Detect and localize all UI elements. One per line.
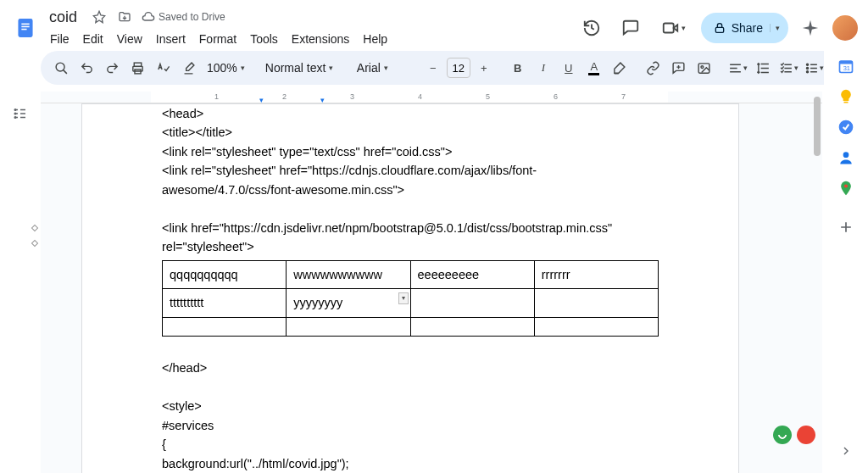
add-comment-icon[interactable] xyxy=(667,56,691,80)
svg-point-13 xyxy=(807,67,809,69)
doc-table[interactable]: qqqqqqqqqqwwwwwwwwwweeeeeeeeerrrrrrrtttt… xyxy=(162,260,659,337)
vertical-scrollbar[interactable] xyxy=(812,95,821,471)
tasks-icon[interactable] xyxy=(837,119,854,136)
svg-rect-2 xyxy=(21,26,29,28)
table-cell[interactable] xyxy=(410,317,534,336)
font-size-decrease-icon[interactable]: − xyxy=(421,56,445,80)
indent-marker-icon[interactable]: ▾ xyxy=(320,96,327,103)
spellcheck-icon[interactable] xyxy=(151,56,175,80)
redo-icon[interactable] xyxy=(100,56,124,80)
svg-rect-5 xyxy=(715,27,723,32)
table-cell[interactable] xyxy=(534,289,658,317)
table-cell[interactable]: eeeeeeeee xyxy=(410,260,534,288)
share-dropdown-icon[interactable]: ▾ xyxy=(770,24,780,32)
star-icon[interactable] xyxy=(91,8,108,25)
move-icon[interactable] xyxy=(116,8,133,25)
add-icon[interactable] xyxy=(837,219,854,236)
ruler[interactable]: 1 2 3 4 5 6 7 ▾ ▾ xyxy=(41,92,822,103)
search-icon[interactable] xyxy=(49,56,73,80)
text-line[interactable]: <link rel="stylesheet" href="https://cdn… xyxy=(162,161,659,199)
table-cell[interactable] xyxy=(410,289,534,317)
text-line[interactable]: </head> xyxy=(162,359,659,377)
document-page[interactable]: <head> <title></title> <link rel="styles… xyxy=(81,103,739,473)
font-size-increase-icon[interactable]: + xyxy=(472,56,496,80)
font-dropdown[interactable]: Arial▾ xyxy=(352,56,411,80)
undo-icon[interactable] xyxy=(75,56,98,80)
font-size-input[interactable] xyxy=(447,58,470,78)
bulleted-list-icon[interactable]: ▾ xyxy=(803,56,826,80)
menu-format[interactable]: Format xyxy=(193,29,242,49)
table-cell[interactable]: qqqqqqqqqq xyxy=(163,260,287,288)
contacts-icon[interactable] xyxy=(837,149,854,166)
table-cell[interactable]: yyyyyyyy▾ xyxy=(287,289,410,317)
checklist-icon[interactable]: ▾ xyxy=(777,56,801,80)
highlight-icon[interactable] xyxy=(608,56,632,80)
text-line[interactable] xyxy=(162,378,659,397)
share-button[interactable]: Share ▾ xyxy=(701,13,788,43)
calendar-icon[interactable]: 31 xyxy=(837,58,854,75)
line-spacing-icon[interactable] xyxy=(752,56,776,80)
svg-point-27 xyxy=(844,184,848,187)
zoom-dropdown[interactable]: 100%▾ xyxy=(202,56,250,80)
table-cell[interactable]: wwwwwwwwww xyxy=(287,260,410,288)
table-cell[interactable] xyxy=(534,317,658,336)
grammarly-icon[interactable] xyxy=(773,426,792,444)
table-cell[interactable]: tttttttttt xyxy=(163,289,287,317)
svg-rect-22 xyxy=(840,61,853,64)
text-line[interactable]: <link rel="stylesheet" type="text/css" h… xyxy=(162,142,659,161)
text-line[interactable]: <link href="https://cdn.jsdelivr.net/npm… xyxy=(162,219,659,257)
menu-view[interactable]: View xyxy=(111,29,148,49)
text-line[interactable]: <title></title> xyxy=(162,123,659,142)
comments-icon[interactable] xyxy=(615,13,646,43)
menu-edit[interactable]: Edit xyxy=(77,29,109,49)
svg-point-12 xyxy=(807,64,809,65)
align-icon[interactable]: ▾ xyxy=(726,56,750,80)
text-color-icon[interactable]: A xyxy=(582,56,606,80)
table-cell[interactable]: rrrrrrr xyxy=(534,260,658,288)
svg-rect-1 xyxy=(21,24,29,25)
account-avatar[interactable] xyxy=(832,15,858,41)
underline-icon[interactable]: U xyxy=(557,56,581,80)
image-icon[interactable] xyxy=(693,56,716,80)
menu-insert[interactable]: Insert xyxy=(150,29,192,49)
tab-stop-icon[interactable] xyxy=(31,225,38,231)
text-line[interactable]: <head> xyxy=(162,104,659,123)
text-line[interactable]: { xyxy=(162,435,659,454)
style-dropdown[interactable]: Normal text▾ xyxy=(260,56,342,80)
menu-file[interactable]: File xyxy=(44,29,75,49)
menu-bar: File Edit View Insert Format Tools Exten… xyxy=(44,29,576,49)
meet-button[interactable]: ▾ xyxy=(654,13,693,43)
tab-stop-icon[interactable] xyxy=(31,240,38,247)
print-icon[interactable] xyxy=(125,56,149,80)
svg-point-26 xyxy=(843,152,849,158)
menu-tools[interactable]: Tools xyxy=(244,29,284,49)
paint-format-icon[interactable] xyxy=(176,56,200,80)
text-line[interactable] xyxy=(162,199,659,218)
docs-home-icon[interactable] xyxy=(10,13,41,43)
keep-icon[interactable] xyxy=(837,88,854,105)
side-panel: 31 xyxy=(824,51,868,473)
bold-icon[interactable]: B xyxy=(506,56,530,80)
document-title[interactable]: coid xyxy=(44,8,82,27)
hide-panel-icon[interactable] xyxy=(831,436,861,466)
toolbar: 100%▾ Normal text▾ Arial▾ − + B I U A ▾ … xyxy=(41,51,858,85)
menu-extensions[interactable]: Extensions xyxy=(286,29,355,49)
history-icon[interactable] xyxy=(576,13,607,43)
italic-icon[interactable]: I xyxy=(531,56,555,80)
svg-rect-4 xyxy=(663,24,673,33)
svg-text:31: 31 xyxy=(843,64,850,72)
text-line[interactable]: <style> xyxy=(162,397,659,415)
gemini-icon[interactable] xyxy=(797,14,824,42)
table-cell[interactable] xyxy=(163,317,287,336)
text-line[interactable]: background:url("../html/covid.jpg"); xyxy=(162,454,659,473)
link-icon[interactable] xyxy=(642,56,665,80)
menu-help[interactable]: Help xyxy=(357,29,393,49)
maps-icon[interactable] xyxy=(837,180,854,197)
svg-point-11 xyxy=(701,65,704,68)
cell-dropdown-icon[interactable]: ▾ xyxy=(398,292,409,304)
explore-icon[interactable] xyxy=(797,426,815,444)
text-line[interactable]: #services xyxy=(162,416,659,435)
drive-status[interactable]: Saved to Drive xyxy=(142,10,225,24)
indent-marker-icon[interactable]: ▾ xyxy=(259,96,266,103)
table-cell[interactable] xyxy=(287,317,410,336)
